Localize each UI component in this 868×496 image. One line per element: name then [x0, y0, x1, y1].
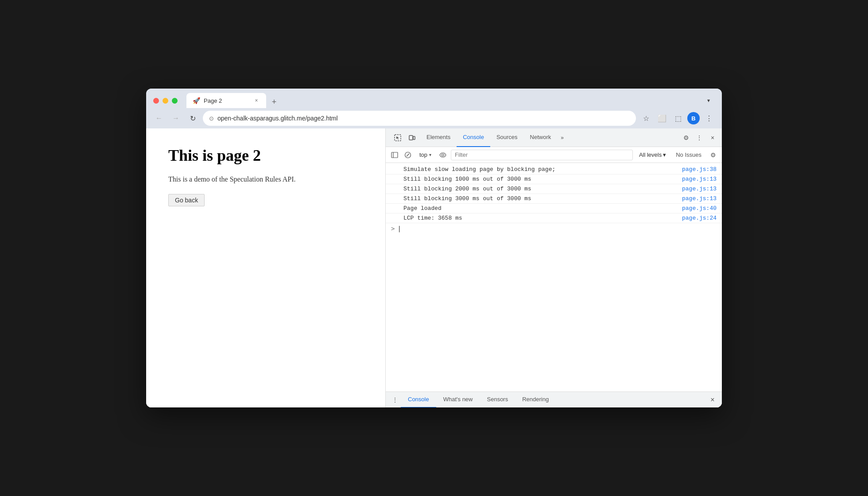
console-clear-button[interactable] [403, 150, 413, 160]
console-line-link[interactable]: page.js:13 [682, 195, 717, 202]
content-area: This is page 2 This is a demo of the Spe… [146, 128, 722, 407]
svg-line-6 [407, 154, 409, 156]
devtools-toolbar-icons [389, 132, 420, 143]
console-context-chevron: ▾ [429, 152, 431, 157]
tab-dropdown-button[interactable]: ▾ [702, 94, 715, 107]
active-tab[interactable]: 🚀 Page 2 × [186, 93, 266, 108]
console-output: Simulate slow loading page by blocking p… [386, 163, 722, 391]
title-bar: 🚀 Page 2 × + ▾ [146, 89, 722, 108]
tab-favicon: 🚀 [193, 97, 200, 104]
console-line-text: Still blocking 1000 ms out of 3000 ms [403, 176, 675, 182]
svg-point-7 [442, 154, 444, 156]
devtools-tab-actions: ⚙ ⋮ × [680, 132, 718, 143]
tab-elements[interactable]: Elements [420, 128, 457, 147]
new-tab-button[interactable]: + [268, 96, 280, 108]
page-title: This is page 2 [168, 146, 363, 165]
extension-button[interactable]: ⬜ [655, 112, 669, 125]
bottom-tab-sensors[interactable]: Sensors [480, 392, 515, 408]
console-line-link[interactable]: page.js:38 [682, 166, 717, 173]
security-icon: ⊙ [209, 115, 214, 122]
console-prompt: > [391, 225, 395, 232]
reload-button[interactable]: ↻ [186, 112, 199, 125]
console-line: Still blocking 2000 ms out of 3000 ms pa… [386, 184, 722, 194]
console-line: Still blocking 3000 ms out of 3000 ms pa… [386, 194, 722, 204]
minimize-window-button[interactable] [163, 98, 168, 104]
maximize-window-button[interactable] [172, 98, 178, 104]
console-context-label: top [419, 151, 427, 158]
nav-actions: ☆ ⬜ ⬚ B ⋮ [639, 112, 716, 125]
devtools-panel: Elements Console Sources Network » ⚙ ⋮ × [385, 128, 722, 407]
console-line-text: Still blocking 3000 ms out of 3000 ms [403, 195, 675, 202]
forward-button[interactable]: → [169, 112, 182, 125]
devtools-tab-list: Elements Console Sources Network » [420, 128, 680, 147]
console-line: Simulate slow loading page by blocking p… [386, 165, 722, 174]
console-line-text: LCP time: 3658 ms [403, 215, 675, 221]
address-bar[interactable]: ⊙ open-chalk-asparagus.glitch.me/page2.h… [203, 111, 636, 126]
bottom-tab-console[interactable]: Console [401, 392, 436, 408]
chrome-menu-button[interactable]: ⋮ [702, 112, 716, 125]
bookmark-button[interactable]: ☆ [639, 112, 653, 125]
back-button[interactable]: ← [152, 112, 166, 125]
tab-bar: 🚀 Page 2 × + [186, 93, 697, 108]
console-input-line: > | [386, 223, 722, 234]
bottom-tab-list: Console What's new Sensors Rendering [401, 392, 707, 408]
console-level-chevron: ▾ [663, 151, 666, 158]
tab-console[interactable]: Console [457, 128, 490, 147]
console-line-text: Still blocking 2000 ms out of 3000 ms [403, 186, 675, 192]
tab-title: Page 2 [204, 97, 222, 104]
svg-rect-1 [409, 136, 413, 140]
tab-network[interactable]: Network [524, 128, 558, 147]
console-level-label: All levels [639, 151, 662, 158]
console-line-link[interactable]: page.js:24 [682, 215, 717, 221]
console-level-selector[interactable]: All levels ▾ [636, 151, 670, 159]
console-settings-button[interactable]: ⚙ [708, 150, 718, 160]
console-line-text: Simulate slow loading page by blocking p… [403, 166, 675, 173]
svg-rect-3 [391, 152, 398, 158]
devtools-more-options-button[interactable]: ⋮ [694, 132, 705, 143]
page-description: This is a demo of the Speculation Rules … [168, 175, 363, 183]
devtools-tab-bar: Elements Console Sources Network » ⚙ ⋮ × [386, 128, 722, 147]
console-line-link[interactable]: page.js:13 [682, 176, 717, 182]
devtools-bottom-bar: ⋮ Console What's new Sensors Rendering × [386, 391, 722, 407]
inspect-element-icon[interactable] [392, 132, 403, 143]
more-tabs-button[interactable]: » [557, 135, 567, 141]
console-filter-input[interactable] [451, 150, 633, 160]
go-back-button[interactable]: Go back [168, 194, 205, 206]
console-context-selector[interactable]: top ▾ [416, 151, 435, 159]
console-line: Still blocking 1000 ms out of 3000 ms pa… [386, 174, 722, 184]
page-content: This is page 2 This is a demo of the Spe… [146, 128, 385, 407]
console-sidebar-button[interactable] [389, 150, 400, 160]
devtools-settings-button[interactable]: ⚙ [680, 132, 692, 143]
nav-bar: ← → ↻ ⊙ open-chalk-asparagus.glitch.me/p… [146, 108, 722, 128]
console-eye-button[interactable] [438, 150, 448, 160]
console-input-cursor[interactable]: | [397, 225, 401, 232]
close-window-button[interactable] [153, 98, 159, 104]
console-line-link[interactable]: page.js:13 [682, 186, 717, 192]
bottom-menu-button[interactable]: ⋮ [389, 394, 401, 406]
device-toolbar-icon[interactable] [406, 132, 418, 143]
profile-button[interactable]: B [687, 112, 700, 124]
tab-close-button[interactable]: × [253, 97, 260, 104]
console-line: Page loaded page.js:40 [386, 204, 722, 213]
console-toolbar: top ▾ All levels ▾ No Issues ⚙ [386, 147, 722, 163]
bottom-close-button[interactable]: × [707, 394, 718, 406]
bottom-tab-rendering[interactable]: Rendering [515, 392, 556, 408]
svg-rect-2 [413, 136, 415, 140]
url-text: open-chalk-asparagus.glitch.me/page2.htm… [217, 115, 630, 122]
devtools-close-button[interactable]: × [707, 132, 718, 143]
console-issues-label: No Issues [672, 151, 705, 159]
browser-window: 🚀 Page 2 × + ▾ ← → ↻ ⊙ open-chalk-aspara… [146, 89, 722, 407]
tab-sources[interactable]: Sources [490, 128, 524, 147]
bottom-tab-whats-new[interactable]: What's new [436, 392, 480, 408]
console-line-text: Page loaded [403, 205, 675, 212]
traffic-lights [153, 98, 178, 104]
cast-button[interactable]: ⬚ [671, 112, 685, 125]
console-line: LCP time: 3658 ms page.js:24 [386, 213, 722, 223]
console-line-link[interactable]: page.js:40 [682, 205, 717, 212]
